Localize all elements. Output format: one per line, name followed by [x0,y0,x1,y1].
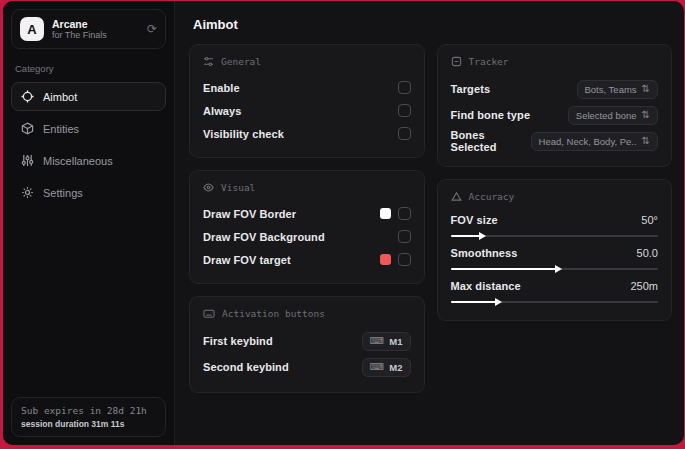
second-keybind-button[interactable]: ⌨ M2 [362,358,411,377]
always-checkbox[interactable] [398,104,411,117]
slider-value: 50.0 [637,247,658,259]
row-label: Enable [203,82,240,94]
fov-target-color-swatch[interactable] [380,254,391,265]
sidebar-item-label: Entities [43,123,79,135]
card-title: General [221,56,261,67]
setting-row: Bones Selected Head, Neck, Body, Pe.. ⇅ [451,129,659,153]
row-label: Draw FOV Background [203,231,325,243]
find-bone-type-dropdown[interactable]: Selected bone ⇅ [568,106,658,125]
row-label: Bones Selected [451,129,531,153]
setting-row: Enable [203,77,411,98]
app-window: A Arcane for The Finals ⟳ Category Aimbo… [3,1,684,445]
main-content: Aimbot General Enable Always [175,1,684,445]
sub-expiry-text: Sub expires in 28d 21h [21,405,156,416]
row-label: Draw FOV Border [203,208,296,220]
sidebar-nav: Aimbot Entities Miscellaneous Settings [11,82,166,210]
row-label: First keybind [203,335,273,347]
chevrons-up-down-icon: ⇅ [642,110,650,120]
row-label: FOV size [451,214,498,226]
slider-row: FOV size 50° [451,212,659,237]
card-general: General Enable Always Visibility check [189,44,425,158]
setting-row: Visibility check [203,123,411,144]
draw-fov-target-checkbox[interactable] [398,253,411,266]
left-column: General Enable Always Visibility check [189,44,425,393]
app-meta: Arcane for The Finals [52,18,139,40]
enable-checkbox[interactable] [398,81,411,94]
session-duration-text: session duration 31m 11s [21,419,156,429]
slider-fill [451,301,497,303]
eye-icon [203,182,214,193]
bones-selected-dropdown[interactable]: Head, Neck, Body, Pe.. ⇅ [531,132,658,151]
row-label: Second keybind [203,361,289,373]
app-subtitle: for The Finals [52,30,139,40]
slider-value: 50° [641,214,658,226]
row-label: Draw FOV target [203,254,291,266]
keyboard-icon: ⌨ [370,362,384,372]
targets-dropdown[interactable]: Bots, Teams ⇅ [577,80,659,99]
keybind-value: M1 [389,336,402,347]
row-label: Visibility check [203,128,284,140]
category-label: Category [15,63,162,74]
card-title: Activation buttons [222,308,325,319]
max-distance-slider[interactable] [451,301,659,303]
gear-icon [21,186,34,199]
draw-fov-border-checkbox[interactable] [398,207,411,220]
setting-row: Draw FOV Background [203,226,411,247]
row-label: Always [203,105,242,117]
page-title: Aimbot [193,17,672,32]
first-keybind-button[interactable]: ⌨ M1 [362,332,411,351]
sidebar-item-aimbot[interactable]: Aimbot [11,82,166,111]
keybind-value: M2 [389,362,402,373]
right-column: Tracker Targets Bots, Teams ⇅ Find bone … [437,44,673,393]
app-logo: A [20,17,44,41]
chevrons-up-down-icon: ⇅ [642,84,650,94]
setting-row: Second keybind ⌨ M2 [203,355,411,379]
visibility-check-checkbox[interactable] [398,127,411,140]
triangle-icon [451,191,462,202]
dropdown-value: Bots, Teams [585,84,637,95]
row-label: Targets [451,83,491,95]
card-accuracy: Accuracy FOV size 50° Smoothness [437,179,673,321]
sidebar-item-label: Aimbot [43,91,77,103]
dropdown-value: Head, Neck, Body, Pe.. [539,136,637,147]
card-visual: Visual Draw FOV Border Draw FOV Backgrou… [189,170,425,284]
slider-fill [451,268,557,270]
card-title: Tracker [469,56,509,67]
cube-icon [21,122,34,135]
card-tracker: Tracker Targets Bots, Teams ⇅ Find bone … [437,44,673,167]
sidebar: A Arcane for The Finals ⟳ Category Aimbo… [3,1,175,445]
sidebar-item-entities[interactable]: Entities [11,114,166,143]
card-title: Visual [221,182,255,193]
slider-row: Smoothness 50.0 [451,245,659,270]
keyboard-icon: ⌨ [370,336,384,346]
setting-row: Find bone type Selected bone ⇅ [451,103,659,127]
sidebar-item-label: Settings [43,187,83,199]
crosshair-icon [21,90,34,103]
slider-row: Max distance 250m [451,278,659,303]
app-name: Arcane [52,18,139,30]
sliders-icon [21,154,34,167]
refresh-icon[interactable]: ⟳ [147,22,157,36]
card-activation-buttons: Activation buttons First keybind ⌨ M1 Se… [189,296,425,393]
setting-row: Always [203,100,411,121]
sliders-horizontal-icon [203,56,214,67]
sidebar-item-miscellaneous[interactable]: Miscellaneous [11,146,166,175]
row-label: Max distance [451,280,521,292]
chevrons-up-down-icon: ⇅ [642,136,650,146]
fov-border-color-swatch[interactable] [380,208,391,219]
subscription-info: Sub expires in 28d 21h session duration … [11,397,166,437]
setting-row: Targets Bots, Teams ⇅ [451,77,659,101]
row-label: Smoothness [451,247,518,259]
row-label: Find bone type [451,109,531,121]
scan-icon [451,56,462,67]
setting-row: Draw FOV target [203,249,411,270]
app-header: A Arcane for The Finals ⟳ [11,9,166,49]
sidebar-item-label: Miscellaneous [43,155,113,167]
fov-size-slider[interactable] [451,235,659,237]
sidebar-item-settings[interactable]: Settings [11,178,166,207]
setting-row: First keybind ⌨ M1 [203,329,411,353]
slider-value: 250m [630,280,658,292]
smoothness-slider[interactable] [451,268,659,270]
draw-fov-background-checkbox[interactable] [398,230,411,243]
slider-fill [451,235,480,237]
